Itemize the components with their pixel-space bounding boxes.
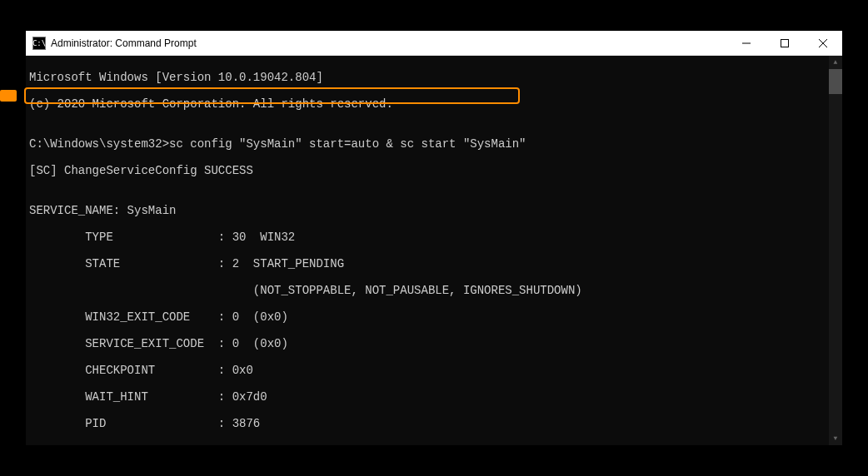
annotation-highlight-tab [0,90,17,102]
entered-command: sc config "SysMain" start=auto & sc star… [169,137,526,151]
console-line: (NOT_STOPPABLE, NOT_PAUSABLE, IGNORES_SH… [29,284,839,297]
console-line: SERVICE_EXIT_CODE : 0 (0x0) [29,337,839,350]
console-line: PID : 3876 [29,417,839,430]
console-line: FLAGS : [29,444,839,445]
console-line: [SC] ChangeServiceConfig SUCCESS [29,164,839,177]
console-line: WAIT_HINT : 0x7d0 [29,390,839,404]
window-titlebar[interactable]: C:\ Administrator: Command Prompt [26,31,842,56]
console-line: CHECKPOINT : 0x0 [29,364,839,377]
console-line: Microsoft Windows [Version 10.0.19042.80… [29,71,839,84]
svg-rect-1 [781,39,789,47]
scrollbar-up-arrow-icon[interactable]: ▲ [829,56,842,69]
scrollbar-down-arrow-icon[interactable]: ▼ [829,432,842,445]
command-prompt-window: C:\ Administrator: Command Prompt Micros… [26,31,842,445]
console-line: STATE : 2 START_PENDING [29,257,839,270]
console-output-area[interactable]: Microsoft Windows [Version 10.0.19042.80… [26,56,842,445]
vertical-scrollbar[interactable]: ▲ ▼ [829,56,842,445]
cmd-icon: C:\ [32,37,46,50]
prompt-path: C:\Windows\system32> [29,137,169,151]
console-line: (c) 2020 Microsoft Corporation. All righ… [29,97,839,111]
console-line: WIN32_EXIT_CODE : 0 (0x0) [29,310,839,324]
close-button[interactable] [804,31,842,55]
window-title: Administrator: Command Prompt [51,37,727,49]
console-command-line: C:\Windows\system32>sc config "SysMain" … [29,137,839,151]
maximize-button[interactable] [766,31,804,55]
console-line: TYPE : 30 WIN32 [29,231,839,244]
minimize-button[interactable] [727,31,766,55]
window-controls [727,31,842,55]
console-line: SERVICE_NAME: SysMain [29,204,839,217]
scrollbar-thumb[interactable] [829,69,842,94]
